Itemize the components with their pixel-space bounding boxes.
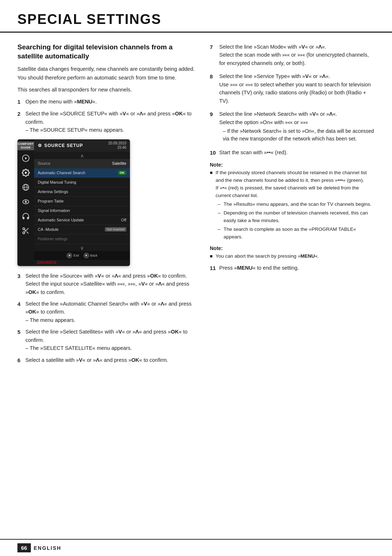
note-block-2: Note: ■ You can abort the search by pres…	[210, 245, 375, 260]
tv-menu-item-program-table: Program Table	[34, 197, 130, 206]
step-9-sub: – If the »Network Search« is set to »On«…	[219, 127, 375, 143]
note-list-2: ■ You can abort the search by pressing »…	[210, 253, 375, 260]
right-steps-list-2: 11 Press »MENU« to end the setting.	[210, 264, 375, 272]
step-10: 10 Start the scan with »••« (red).	[210, 148, 375, 157]
left-steps-list-2: 3 Select the line »Source« with »V« or »…	[17, 272, 195, 364]
svg-point-7	[23, 232, 25, 234]
note-item-2: ■ You can abort the search by pressing »…	[210, 253, 375, 260]
footer-language: ENGLISH	[34, 545, 61, 551]
sidebar-icon-tools	[19, 224, 32, 237]
tv-menu-item-digital-manual: Digital Manual Tuning	[34, 178, 130, 187]
tv-menu-item-auto-service: Automatic Service Update Off	[34, 216, 130, 225]
tv-menu-item-auto-channel: Automatic Channel Search OK	[34, 168, 130, 178]
svg-line-10	[24, 230, 26, 231]
sub-bullet-2: – Depending on the number of television …	[216, 209, 375, 225]
note-item-1: ■ If the previously stored channels shou…	[210, 169, 375, 241]
note-list-1: ■ If the previously stored channels shou…	[210, 169, 375, 241]
svg-line-9	[26, 232, 28, 234]
tv-scroll-down: ∨	[34, 244, 130, 251]
tv-back-icon: ●	[83, 253, 89, 258]
step-11: 11 Press »MENU« to end the setting.	[210, 264, 375, 272]
right-steps-list: 7 Select the line »Scan Mode« with »V« o…	[210, 43, 375, 157]
tv-brand-logo: GRUNDIG	[34, 260, 130, 266]
step-9: 9 Select the line »Network Search« with …	[210, 110, 375, 143]
tv-topbar: ⚙ SOURCE SETUP 20.09.2010 15:46	[34, 139, 130, 152]
tv-datetime: 20.09.2010 15:46	[108, 141, 126, 150]
note-title-1: Note:	[210, 162, 375, 168]
step-5: 5 Select the line »Select Satellites« wi…	[17, 328, 195, 352]
tv-bottom-bar: ● Exit ● Back	[34, 251, 130, 260]
right-column: 7 Select the line »Scan Mode« with »V« o…	[210, 43, 375, 529]
note-block-1: Note: ■ If the previously stored channel…	[210, 162, 375, 241]
step-8: 8 Select the line »Service Type« with »V…	[210, 72, 375, 105]
tv-menu-item-antenna: Antenna Settings	[34, 187, 130, 197]
tv-main-content: ⚙ SOURCE SETUP 20.09.2010 15:46 ∧ Source	[34, 139, 130, 266]
tv-exit-btn: ● Exit	[66, 253, 79, 258]
content-area: Searching for digital television channel…	[0, 33, 392, 539]
footer-page-number: 66	[17, 543, 31, 552]
tv-menu-title: ⚙ SOURCE SETUP	[38, 143, 83, 148]
svg-point-6	[23, 228, 25, 230]
tv-exit-icon: ●	[66, 253, 72, 258]
left-steps-list: 1 Open the menu with »MENU«. 2 Select th…	[17, 98, 195, 134]
sidebar-icon-settings	[19, 166, 32, 179]
step-6: 6 Select a satellite with »V« or »Λ« and…	[17, 356, 195, 364]
step-4: 4 Select the line »Automatic Channel Sea…	[17, 300, 195, 324]
tv-back-btn: ● Back	[83, 253, 98, 258]
tv-menu-item-ca-module: CA -Module Not Inserted	[34, 225, 130, 234]
intro-text-1: Satellite data changes frequently, new c…	[17, 65, 195, 82]
step-7: 7 Select the line »Scan Mode« with »V« o…	[210, 43, 375, 67]
left-column: Searching for digital television channel…	[17, 43, 195, 529]
sidebar-icon-satellite	[19, 181, 32, 194]
page-header: SPECIAL SETTINGS	[0, 0, 392, 33]
sidebar-icon-broadcast	[19, 152, 32, 165]
step-3: 3 Select the line »Source« with »V« or »…	[17, 272, 195, 296]
sidebar-icon-audio	[19, 210, 32, 223]
sidebar-icon-eye	[19, 195, 32, 208]
intro-text-2: This searches all transponders for new c…	[17, 86, 195, 94]
section-heading: Searching for digital television channel…	[17, 43, 195, 61]
sub-bullet-1: – The »Results« menu appears, and the sc…	[216, 201, 375, 208]
tv-menu-item-positioner: Positioner settings	[34, 234, 130, 244]
page-footer: 66 ENGLISH	[0, 539, 392, 556]
tv-sidebar: COMFORTGUIDE	[17, 139, 34, 266]
page-title: SPECIAL SETTINGS	[17, 12, 375, 32]
page: SPECIAL SETTINGS Searching for digital t…	[0, 0, 392, 556]
sub-bullet-3: – The search is complete as soon as the …	[216, 226, 375, 241]
tv-scroll-up: ∧	[34, 152, 130, 159]
comfort-guide-badge: COMFORTGUIDE	[17, 142, 35, 151]
step-1: 1 Open the menu with »MENU«.	[17, 98, 195, 106]
step-2: 2 Select the line »SOURCE SETUP« with »V…	[17, 110, 195, 134]
tv-menu-item-signal-info: Signal Information	[34, 206, 130, 216]
svg-point-5	[25, 201, 27, 203]
tv-source-row: Source Satellite	[34, 159, 130, 168]
note-title-2: Note:	[210, 245, 375, 251]
tv-screen: COMFORTGUIDE	[17, 139, 130, 266]
